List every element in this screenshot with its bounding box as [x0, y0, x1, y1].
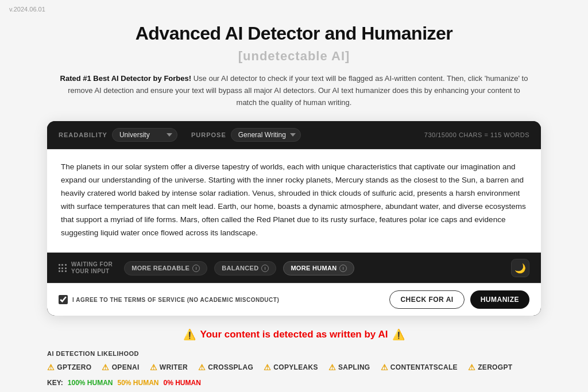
warn-icon-writer: ⚠: [150, 363, 157, 372]
terms-checkbox[interactable]: [59, 295, 68, 304]
warn-icon-gptzero: ⚠: [47, 363, 55, 372]
readability-select[interactable]: University High School Middle School Ele…: [112, 128, 177, 142]
editor-card: READABILITY University High School Middl…: [47, 121, 541, 316]
waiting-text: WAITING FOR YOUR INPUT: [71, 261, 113, 275]
warn-icon-copyleaks: ⚠: [264, 363, 271, 372]
more-human-info-icon: i: [339, 265, 347, 272]
detector-gptzero: ⚠ GPTZERO: [47, 363, 91, 372]
detector-copyleaks: ⚠ COPYLEAKS: [264, 363, 318, 372]
balanced-info-icon: i: [261, 265, 269, 272]
editor-text: The planets in our solar system offer a …: [61, 161, 527, 240]
subtitle: [undetectable AI]: [47, 49, 541, 64]
action-buttons: CHECK FOR AI HUMANIZE: [389, 290, 529, 309]
detector-zerogpt: ⚠ ZEROGPT: [468, 363, 512, 372]
warn-icon-openai: ⚠: [102, 363, 109, 372]
more-readable-info-icon: i: [192, 265, 200, 272]
dark-mode-button[interactable]: 🌙: [511, 259, 529, 277]
page-title: Advanced AI Detector and Humanizer: [47, 23, 541, 44]
warning-icon-left: ⚠️: [183, 328, 196, 341]
detection-likelihood-label: AI DETECTION LIKELIHOOD: [47, 350, 541, 357]
chars-info: 730/15000 CHARS = 115 WORDS: [424, 131, 529, 138]
warn-icon-crossplag: ⚠: [198, 363, 206, 372]
purpose-label: PURPOSE: [191, 131, 226, 138]
readability-item: READABILITY University High School Middl…: [59, 128, 177, 142]
editor-toolbar: READABILITY University High School Middl…: [47, 121, 541, 149]
readability-label: READABILITY: [59, 131, 107, 138]
humanize-button[interactable]: HUMANIZE: [470, 290, 529, 309]
detection-section: AI DETECTION LIKELIHOOD ⚠ GPTZERO ⚠ OPEN…: [47, 350, 541, 392]
mode-balanced-button[interactable]: BALANCED i: [214, 261, 276, 275]
terms-row: I AGREE TO THE TERMS OF SERVICE (NO ACAD…: [47, 283, 541, 316]
detection-warning: ⚠️ Your content is detected as written b…: [47, 328, 541, 341]
warning-icon-right: ⚠️: [392, 328, 405, 341]
waiting-section: WAITING FOR YOUR INPUT: [59, 261, 113, 275]
warn-icon-contentatscale: ⚠: [381, 363, 388, 372]
mode-more-readable-button[interactable]: MORE READABLE i: [124, 261, 207, 275]
mode-more-human-button[interactable]: MORE HUMAN i: [283, 261, 354, 275]
terms-label[interactable]: I AGREE TO THE TERMS OF SERVICE (NO ACAD…: [59, 295, 279, 304]
detector-openai: ⚠ OPENAI: [102, 363, 139, 372]
detector-contentatscale: ⚠ CONTENTATSCALE: [381, 363, 458, 372]
warn-icon-zerogpt: ⚠: [468, 363, 475, 372]
key-row: KEY: 100% HUMAN 50% HUMAN 0% HUMAN: [47, 379, 541, 387]
warn-icon-sapling: ⚠: [328, 363, 336, 372]
editor-bottom-bar: WAITING FOR YOUR INPUT MORE READABLE i B…: [47, 253, 541, 283]
editor-body[interactable]: The planets in our solar system offer a …: [47, 149, 541, 253]
version-label: v.2024.06.01: [0, 0, 588, 13]
detector-sapling: ⚠ SAPLING: [328, 363, 370, 372]
grid-icon: [59, 264, 67, 272]
detector-crossplag: ⚠ CROSSPLAG: [198, 363, 253, 372]
purpose-select[interactable]: General Writing Essay Article Marketing …: [231, 128, 301, 142]
check-for-ai-button[interactable]: CHECK FOR AI: [389, 290, 464, 309]
description: Rated #1 Best AI Detector by Forbes! Use…: [59, 73, 529, 108]
detector-writer: ⚠ WRITER: [150, 363, 188, 372]
detector-row: ⚠ GPTZERO ⚠ OPENAI ⚠ WRITER ⚠ CROSSPLAG …: [47, 363, 541, 372]
purpose-item: PURPOSE General Writing Essay Article Ma…: [191, 128, 301, 142]
